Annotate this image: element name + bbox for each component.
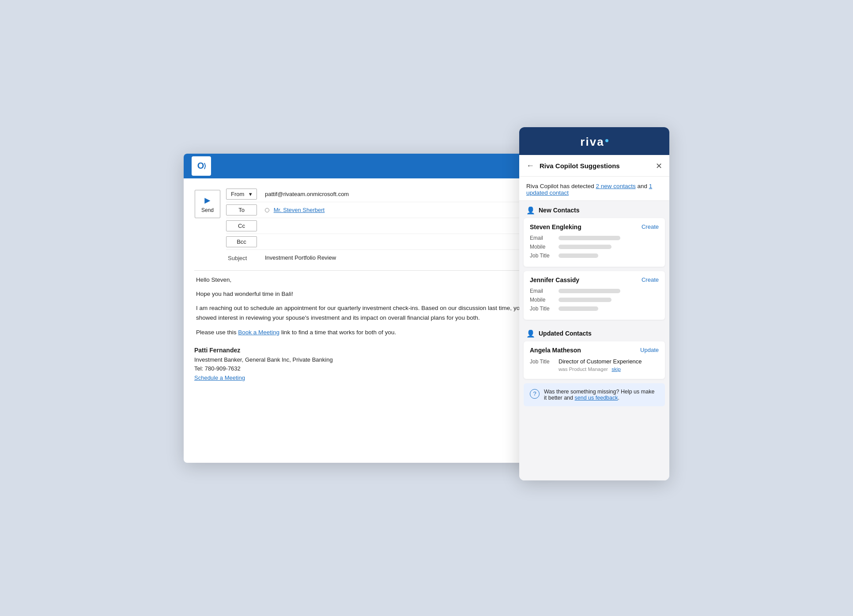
angela-jobtitle-label: Job Title [530,359,554,365]
steven-mobile-row: Mobile [530,244,659,250]
back-arrow-icon[interactable]: ← [526,161,534,170]
to-contact-link[interactable]: Mr. Steven Sherbert [274,207,325,213]
angela-jobtitle-values: Director of Customer Experience was Prod… [559,358,642,373]
contact-card-steven: Steven Engleking Create Email Mobile Job… [524,218,665,267]
email-signature: Patti Fernandez Investment Banker, Gener… [194,345,544,383]
subject-label-wrap: Subject [226,254,261,262]
from-button[interactable]: From ▾ [226,189,257,200]
panel-title: Riva Copilot Suggestions [540,162,652,170]
jennifer-email-label: Email [530,288,554,294]
feedback-card: ? Was there something missing? Help us m… [524,383,665,406]
send-label: Send [201,207,214,213]
send-button[interactable]: ► Send [195,190,220,218]
angela-jobtitle-subtext: was Product Manager skip [559,365,642,373]
outlook-o-letter: O [197,161,204,171]
close-button[interactable]: ✕ [656,161,662,171]
steven-email-placeholder [559,236,620,240]
jennifer-email-row: Email [530,288,659,294]
jennifer-card-header: Jennifer Cassidy Create [530,276,659,283]
new-contacts-label: New Contacts [539,207,580,214]
subject-value: Investment Portfolio Review [261,254,544,261]
cc-btn-wrap: Cc [226,220,261,231]
body-line3: Please use this Book a Meeting link to f… [196,328,542,337]
sig-title: Investment Banker, General Bank Inc, Pri… [194,356,333,363]
body-line2: I am reaching out to schedule an appoint… [196,303,542,323]
new-contacts-header: 👤 New Contacts [519,201,669,218]
steven-jobtitle-label: Job Title [530,253,554,259]
to-btn-wrap: To [226,204,261,215]
riva-panel: riva ← Riva Copilot Suggestions ✕ Riva C… [519,127,669,480]
jennifer-jobtitle-row: Job Title [530,306,659,312]
jennifer-name: Jennifer Cassidy [530,276,579,283]
steven-email-row: Email [530,235,659,241]
bcc-label: Bcc [237,238,246,245]
riva-logo-dot [605,139,608,142]
email-body: Hello Steven, Hope you had wonderful tim… [194,275,544,337]
from-row: From ▾ pattif@rivateam.onmicrosoft.com [226,186,544,202]
jennifer-email-placeholder [559,289,620,293]
fields-col: From ▾ pattif@rivateam.onmicrosoft.com T… [226,186,544,266]
sig-meeting-link[interactable]: Schedule a Meeting [194,374,245,381]
detection-and: and [636,183,649,189]
body-greeting: Hello Steven, [196,275,542,285]
riva-body: Riva Copilot has detected 2 new contacts… [519,177,669,480]
detection-prefix: Riva Copilot has detected [526,183,596,189]
send-icon: ► [203,195,212,206]
jennifer-mobile-label: Mobile [530,297,554,303]
contact-card-angela: Angela Matheson Update Job Title Directo… [524,341,665,379]
feedback-link[interactable]: send us feedback [575,395,618,401]
to-radio-dot [265,208,269,212]
cc-button[interactable]: Cc [226,220,257,231]
angela-card-header: Angela Matheson Update [530,347,659,354]
from-chevron-icon: ▾ [249,191,252,197]
bcc-button[interactable]: Bcc [226,236,257,247]
to-label: To [238,207,245,213]
riva-logo: riva [580,135,608,149]
new-contacts-link[interactable]: 2 new contacts [596,183,636,189]
from-btn-wrap: From ▾ [226,189,261,200]
question-mark: ? [533,390,536,397]
riva-logo-text-span: riva [580,135,604,148]
jennifer-mobile-placeholder [559,298,611,302]
steven-mobile-label: Mobile [530,244,554,250]
close-icon: ✕ [656,162,662,170]
updated-contacts-label: Updated Contacts [539,330,592,337]
feedback-suffix: . [618,395,619,401]
angela-skip-link[interactable]: skip [611,367,620,372]
angela-update-link[interactable]: Update [640,347,659,353]
steven-jobtitle-placeholder [559,253,598,258]
subject-label: Subject [226,255,247,261]
steven-mobile-placeholder [559,245,611,249]
feedback-text: Was there something missing? Help us mak… [544,389,659,401]
subject-row: Subject Investment Portfolio Review [226,250,544,266]
jennifer-jobtitle-label: Job Title [530,306,554,312]
bcc-btn-wrap: Bcc [226,236,261,247]
body-line1: Hope you had wonderful time in Bali! [196,289,542,299]
contact-card-jennifer: Jennifer Cassidy Create Email Mobile Job… [524,271,665,320]
to-row: To Mr. Steven Sherbert [226,202,544,218]
riva-panel-header: riva [519,127,669,155]
steven-jobtitle-row: Job Title [530,253,659,259]
jennifer-create-link[interactable]: Create [642,276,659,283]
outlook-header: O ⟩ [184,154,555,178]
steven-email-label: Email [530,235,554,241]
sig-name: Patti Fernandez [194,347,240,354]
to-button[interactable]: To [226,204,257,215]
jennifer-jobtitle-placeholder [559,306,598,311]
angela-was-text: was Product Manager [559,367,608,372]
bcc-row: Bcc [226,234,544,250]
updated-contacts-person-icon: 👤 [526,329,535,338]
outlook-arrow-icon: ⟩ [204,162,205,170]
riva-subheader: ← Riva Copilot Suggestions ✕ [519,155,669,177]
angela-name: Angela Matheson [530,347,581,354]
steven-create-link[interactable]: Create [642,223,659,230]
from-label: From [231,191,244,197]
from-value: pattif@rivateam.onmicrosoft.com [261,191,544,197]
sig-tel: Tel: 780-909-7632 [194,365,241,372]
send-col: ► Send [194,186,226,266]
steven-name: Steven Engleking [530,223,581,231]
book-meeting-link[interactable]: Book a Meeting [238,329,279,336]
steven-card-header: Steven Engleking Create [530,223,659,231]
body-line3-prefix: Please use this [196,329,238,336]
body-line3-suffix: link to find a time that works for both … [279,329,396,336]
